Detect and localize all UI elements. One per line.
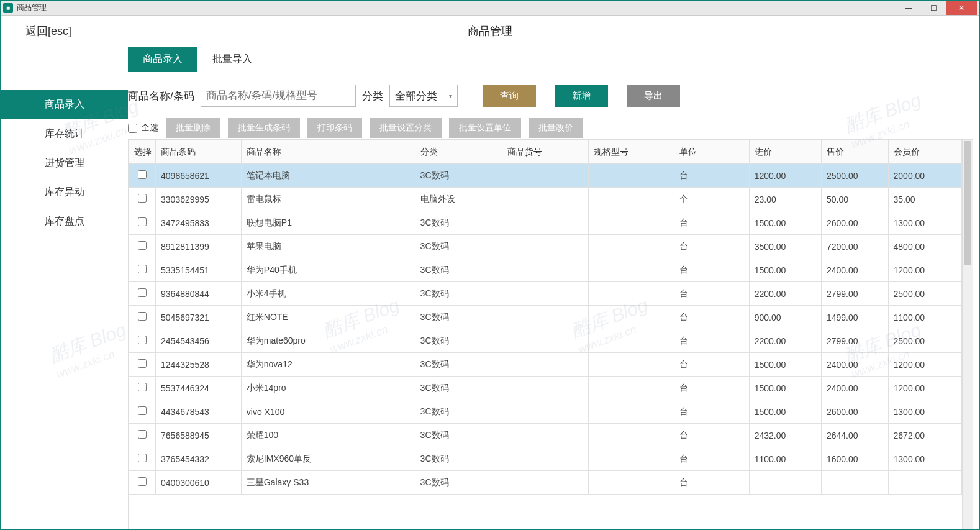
sidebar-item-4[interactable]: 库存盘点 <box>1 207 128 236</box>
col-header-6: 单位 <box>674 140 750 164</box>
batch-btn-3[interactable]: 批量设置分类 <box>370 118 442 138</box>
sidebar-item-3[interactable]: 库存异动 <box>1 178 128 207</box>
app-icon: ■ <box>3 3 13 13</box>
cell-category: 电脑外设 <box>415 188 502 211</box>
row-select-cell <box>129 282 156 306</box>
cell-member: 4800.00 <box>888 235 961 258</box>
table-row[interactable]: 3303629995雷电鼠标电脑外设个23.0050.0035.00 <box>129 188 962 211</box>
cell-price: 2644.00 <box>821 424 888 447</box>
cell-spec <box>589 400 674 424</box>
cell-member: 1300.00 <box>888 447 961 471</box>
category-value: 全部分类 <box>395 89 437 103</box>
row-checkbox[interactable] <box>138 430 147 439</box>
sidebar: 商品录入库存统计进货管理库存异动库存盘点 <box>1 47 128 529</box>
row-select-cell <box>129 258 156 282</box>
cell-unit: 台 <box>674 377 750 400</box>
select-all-checkbox[interactable] <box>128 124 137 133</box>
table-row[interactable]: 5045697321红米NOTE3C数码台900.001499.001100.0… <box>129 306 962 329</box>
vertical-scrollbar[interactable] <box>962 140 973 529</box>
batch-btn-1[interactable]: 批量生成条码 <box>228 118 300 138</box>
sidebar-item-2[interactable]: 进货管理 <box>1 148 128 178</box>
minimize-button[interactable]: — <box>896 1 921 15</box>
back-link[interactable]: 返回[esc] <box>25 24 71 39</box>
row-checkbox[interactable] <box>138 336 147 344</box>
row-checkbox[interactable] <box>138 312 147 321</box>
table-row[interactable]: 8912811399苹果电脑3C数码台3500.007200.004800.00 <box>129 235 962 258</box>
cell-barcode: 5335154451 <box>156 258 242 282</box>
chevron-down-icon: ▾ <box>449 93 452 99</box>
cell-price: 2799.00 <box>821 329 888 353</box>
row-checkbox[interactable] <box>138 265 147 273</box>
cell-price: 2400.00 <box>821 258 888 282</box>
table-row[interactable]: 5335154451华为P40手机3C数码台1500.002400.001200… <box>129 258 962 282</box>
batch-btn-4[interactable]: 批量设置单位 <box>449 118 521 138</box>
batch-btn-5[interactable]: 批量改价 <box>529 118 583 138</box>
cell-cost: 1500.00 <box>749 353 821 377</box>
cell-sku <box>502 353 589 377</box>
table-row[interactable]: 4098658621笔记本电脑3C数码台1200.002500.002000.0… <box>129 164 962 188</box>
export-button[interactable]: 导出 <box>627 85 680 107</box>
cell-name: 小米4手机 <box>241 282 415 306</box>
table-row[interactable]: 0400300610三星Galaxy S333C数码台 <box>129 471 962 495</box>
cell-member: 2000.00 <box>888 164 961 188</box>
row-checkbox[interactable] <box>138 170 147 179</box>
select-all[interactable]: 全选 <box>128 122 158 134</box>
sidebar-item-1[interactable]: 库存统计 <box>1 119 128 148</box>
table-row[interactable]: 7656588945荣耀1003C数码台2432.002644.002672.0… <box>129 424 962 447</box>
table-wrap: 选择商品条码商品名称分类商品货号规格型号单位进价售价会员价 4098658621… <box>128 139 973 529</box>
tab-0[interactable]: 商品录入 <box>128 47 197 72</box>
product-table: 选择商品条码商品名称分类商品货号规格型号单位进价售价会员价 4098658621… <box>129 140 962 495</box>
cell-member: 1300.00 <box>888 211 961 235</box>
cell-name: 三星Galaxy S33 <box>241 471 415 495</box>
scrollbar-thumb[interactable] <box>964 141 971 265</box>
row-select-cell <box>129 447 156 471</box>
cell-name: 华为mate60pro <box>241 329 415 353</box>
table-row[interactable]: 5537446324小米14pro3C数码台1500.002400.001200… <box>129 377 962 400</box>
query-button[interactable]: 查询 <box>483 85 536 107</box>
table-row[interactable]: 2454543456华为mate60pro3C数码台2200.002799.00… <box>129 329 962 353</box>
batch-btn-0[interactable]: 批量删除 <box>166 118 220 138</box>
tabs: 商品录入批量导入 <box>128 47 973 72</box>
table-row[interactable]: 3765454332索尼IMX960单反3C数码台1100.001600.001… <box>129 447 962 471</box>
maximize-button[interactable]: ☐ <box>921 1 946 15</box>
name-input[interactable] <box>201 85 356 107</box>
row-select-cell <box>129 306 156 329</box>
category-label: 分类 <box>362 89 383 103</box>
cell-sku <box>502 400 589 424</box>
cell-barcode: 9364880844 <box>156 282 242 306</box>
new-button[interactable]: 新增 <box>555 85 608 107</box>
row-checkbox[interactable] <box>138 241 147 250</box>
tab-1[interactable]: 批量导入 <box>197 47 267 72</box>
row-checkbox[interactable] <box>138 217 147 226</box>
row-checkbox[interactable] <box>138 359 147 368</box>
app-window: ■ 商品管理 — ☐ ✕ 返回[esc] 商品管理 商品录入库存统计进货管理库存… <box>0 0 980 530</box>
table-row[interactable]: 9364880844小米4手机3C数码台2200.002799.002500.0… <box>129 282 962 306</box>
table-row[interactable]: 1244325528华为nova123C数码台1500.002400.00120… <box>129 353 962 377</box>
batch-btn-2[interactable]: 打印条码 <box>307 118 362 138</box>
sidebar-item-0[interactable]: 商品录入 <box>1 90 128 119</box>
cell-cost: 1500.00 <box>749 377 821 400</box>
cell-unit: 个 <box>674 188 750 211</box>
cell-unit: 台 <box>674 235 750 258</box>
cell-price: 2400.00 <box>821 353 888 377</box>
row-checkbox[interactable] <box>138 383 147 391</box>
cell-sku <box>502 211 589 235</box>
row-checkbox[interactable] <box>138 194 147 203</box>
table-row[interactable]: 3472495833联想电脑P13C数码台1500.002600.001300.… <box>129 211 962 235</box>
row-select-cell <box>129 424 156 447</box>
row-select-cell <box>129 188 156 211</box>
table-row[interactable]: 4434678543vivo X1003C数码台1500.002600.0013… <box>129 400 962 424</box>
category-select[interactable]: 全部分类 ▾ <box>389 85 458 107</box>
row-checkbox[interactable] <box>138 477 147 486</box>
cell-barcode: 3303629995 <box>156 188 242 211</box>
cell-name: 联想电脑P1 <box>241 211 415 235</box>
cell-name: 红米NOTE <box>241 306 415 329</box>
cell-sku <box>502 188 589 211</box>
row-checkbox[interactable] <box>138 454 147 462</box>
row-checkbox[interactable] <box>138 288 147 297</box>
row-select-cell <box>129 164 156 188</box>
cell-category: 3C数码 <box>415 377 502 400</box>
row-checkbox[interactable] <box>138 406 147 415</box>
cell-spec <box>589 164 674 188</box>
close-button[interactable]: ✕ <box>946 1 977 15</box>
